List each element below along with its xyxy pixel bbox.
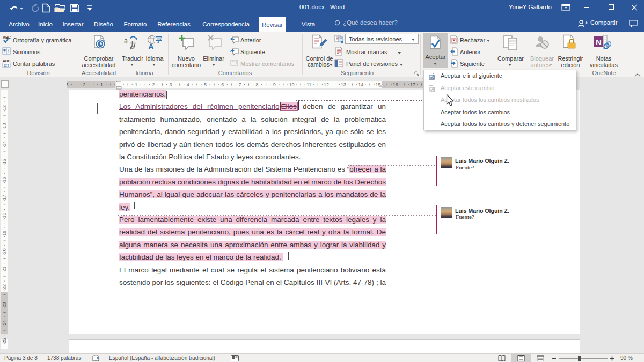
svg-text:ABC: ABC: [3, 35, 11, 39]
svg-text:5: 5: [204, 82, 207, 87]
svg-text:A: A: [148, 42, 154, 50]
svg-text:23: 23: [2, 302, 7, 307]
svg-text:6: 6: [221, 82, 224, 87]
svg-text:14: 14: [358, 82, 363, 87]
svg-text:1: 1: [100, 82, 103, 87]
svg-text:4: 4: [187, 82, 189, 87]
svg-text:19: 19: [2, 231, 7, 236]
svg-text:12: 12: [324, 82, 329, 87]
svg-text:N: N: [596, 38, 602, 47]
svg-text:17: 17: [2, 195, 7, 200]
svg-text:9: 9: [273, 82, 276, 87]
svg-text:12: 12: [2, 105, 7, 110]
svg-text:16: 16: [2, 177, 7, 182]
svg-text:2: 2: [152, 82, 155, 87]
svg-text:3: 3: [67, 82, 68, 87]
svg-text:123: 123: [4, 64, 10, 67]
svg-text:1: 1: [135, 82, 137, 87]
svg-text:17: 17: [410, 82, 415, 87]
svg-text:11: 11: [306, 82, 311, 87]
svg-text:ABC: ABC: [3, 59, 10, 63]
svg-text:18: 18: [2, 212, 7, 218]
svg-text:2: 2: [83, 82, 86, 87]
svg-text:25: 25: [2, 338, 7, 343]
svg-text:8: 8: [256, 82, 259, 87]
svg-text:24: 24: [2, 320, 7, 326]
svg-text:15: 15: [2, 159, 7, 164]
svg-text:13: 13: [341, 82, 346, 87]
svg-text:20: 20: [2, 248, 7, 254]
svg-text:3: 3: [170, 82, 172, 87]
svg-text:16: 16: [393, 82, 398, 87]
svg-text:10: 10: [289, 82, 294, 87]
svg-text:a: a: [124, 36, 128, 45]
svg-text:14: 14: [2, 141, 7, 146]
svg-text:21: 21: [2, 267, 7, 272]
svg-text:7: 7: [238, 82, 241, 87]
svg-text:22: 22: [2, 284, 7, 290]
svg-text:13: 13: [2, 123, 7, 128]
